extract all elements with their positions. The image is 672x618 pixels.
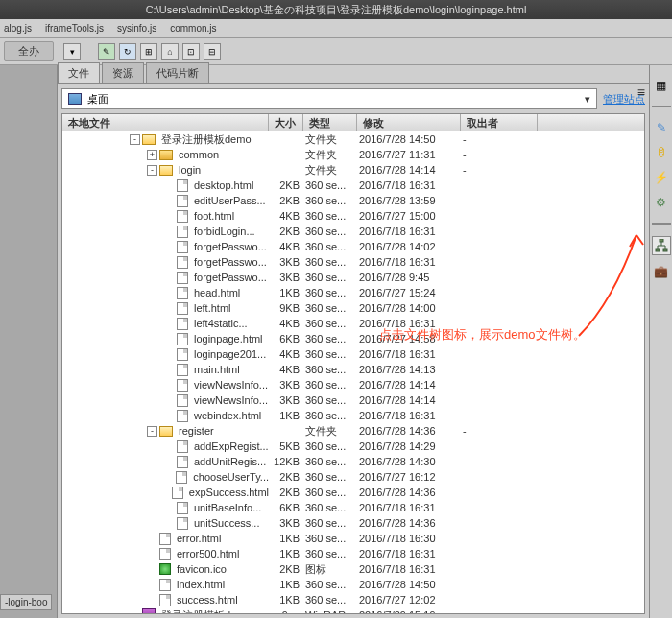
file-size: 4KB xyxy=(269,241,303,252)
tree-row[interactable]: error500.html1KB360 se...2016/7/18 16:31 xyxy=(62,546,644,561)
panel-tab-snippets[interactable]: 代码片断 xyxy=(146,62,209,83)
file-size: 3KB xyxy=(269,272,303,283)
col-name[interactable]: 本地文件 xyxy=(62,114,269,131)
tree-row[interactable]: editUserPass...2KB360 se...2016/7/28 13:… xyxy=(62,193,644,208)
rt-brush-icon[interactable]: ✎ xyxy=(653,119,670,136)
doc-dropdown-icon[interactable]: ▾ xyxy=(63,43,81,60)
tree-row[interactable]: forbidLogin...2KB360 se...2016/7/18 16:3… xyxy=(62,224,644,239)
tree-row[interactable]: chooseUserTy...2KB360 se...2016/7/27 16:… xyxy=(62,469,644,485)
file-tab[interactable]: iframeTools.js xyxy=(45,23,104,34)
tree-row[interactable]: webindex.html1KB360 se...2016/7/18 16:31 xyxy=(62,408,644,423)
tree-row[interactable]: addExpRegist...5KB360 se...2016/7/28 14:… xyxy=(62,439,644,454)
col-size[interactable]: 大小 xyxy=(269,114,303,131)
file-date: 2016/7/18 16:31 xyxy=(357,256,461,268)
tree-row[interactable]: -login文件夹2016/7/28 14:14- xyxy=(62,162,644,178)
tree-row[interactable]: forgetPasswo...3KB360 se...2016/7/28 9:4… xyxy=(62,270,644,285)
file-date: 2016/7/27 15:24 xyxy=(357,287,461,298)
tree-row[interactable]: addUnitRegis...12KB360 se...2016/7/28 14… xyxy=(62,454,644,469)
location-select[interactable]: 桌面 ▾ xyxy=(61,88,597,109)
rt-briefcase-icon[interactable]: 💼 xyxy=(653,263,670,280)
file-date: 2016/7/27 11:31 xyxy=(357,149,461,160)
tree-row[interactable]: forgetPasswo...3KB360 se...2016/7/18 16:… xyxy=(62,254,644,270)
html-file-icon xyxy=(172,487,183,499)
tree-row[interactable]: favicon.ico2KB图标2016/7/18 16:31 xyxy=(62,561,644,577)
tree-row[interactable]: error.html1KB360 se...2016/7/18 16:30 xyxy=(62,531,644,546)
rt-filetree-icon[interactable] xyxy=(652,236,671,255)
expander-icon[interactable]: - xyxy=(130,134,140,145)
tree-row[interactable]: foot.html4KB360 se...2016/7/27 15:00 xyxy=(62,208,644,224)
file-tab[interactable]: common.js xyxy=(170,23,216,34)
tree-row[interactable]: unitSuccess...3KB360 se...2016/7/28 14:3… xyxy=(62,515,644,531)
tree-row[interactable]: +common文件夹2016/7/27 11:31- xyxy=(62,147,644,162)
left-bottom-tab[interactable]: -login-boo xyxy=(0,594,52,610)
expander-icon[interactable]: + xyxy=(147,150,157,160)
tree-row[interactable]: head.html1KB360 se...2016/7/27 15:24 xyxy=(62,285,644,300)
file-name: login xyxy=(179,164,201,176)
file-name: success.html xyxy=(177,594,238,606)
expander-icon[interactable]: - xyxy=(147,165,157,176)
file-name: expSuccess.html xyxy=(189,487,269,498)
rt-flash-icon[interactable]: ⚡ xyxy=(653,169,670,186)
tree-row[interactable]: main.html4KB360 se...2016/7/28 14:13 xyxy=(62,362,644,377)
rt-gear-icon[interactable]: ⚙ xyxy=(653,194,670,211)
col-by[interactable]: 取出者 xyxy=(461,114,538,131)
tree-row[interactable]: left.html9KB360 se...2016/7/28 14:00 xyxy=(62,300,644,316)
file-size: 1KB xyxy=(269,594,303,606)
tree-row[interactable]: left4static...4KB360 se...2016/7/18 16:3… xyxy=(62,316,644,331)
file-date: 2016/7/28 13:59 xyxy=(357,195,461,206)
file-size: 1KB xyxy=(269,287,303,298)
file-size: 3KB xyxy=(269,517,303,529)
file-date: 2016/7/18 16:31 xyxy=(357,410,461,421)
tree-row[interactable]: viewNewsInfo...3KB360 se...2016/7/28 14:… xyxy=(62,392,644,408)
panel-menu-icon[interactable]: ≡ xyxy=(637,84,645,100)
panel-tab-files[interactable]: 文件 xyxy=(58,62,100,83)
file-size: 2KB xyxy=(269,563,303,575)
file-date: 2016/7/28 14:36 xyxy=(357,517,461,529)
tb-icon-1[interactable]: ✎ xyxy=(98,43,115,60)
tree-row[interactable]: unitBaseInfo...6KB360 se...2016/7/18 16:… xyxy=(62,500,644,515)
file-date: 2016/7/18 16:31 xyxy=(357,226,461,237)
col-date[interactable]: 修改 xyxy=(357,114,461,131)
html-file-icon xyxy=(177,226,188,238)
file-date: 2016/7/18 16:31 xyxy=(357,179,461,191)
file-type: 360 se... xyxy=(303,333,357,345)
file-name: forgetPasswo... xyxy=(194,272,267,283)
file-date: 2016/7/27 12:02 xyxy=(357,594,461,606)
tree-row[interactable]: desktop.html2KB360 se...2016/7/18 16:31 xyxy=(62,178,644,193)
tree-row[interactable]: index.html1KB360 se...2016/7/28 14:50 xyxy=(62,577,644,592)
file-tree: 本地文件 大小 类型 修改 取出者 -登录注册模板demo文件夹2016/7/2… xyxy=(61,113,645,614)
file-date: 2016/7/28 14:02 xyxy=(357,241,461,252)
tree-row[interactable]: 登录注册模板demo.rar9....WinRAR...2016/7/29 15… xyxy=(62,607,644,613)
html-file-icon xyxy=(177,302,188,315)
file-name: viewNewsInfo... xyxy=(194,394,268,406)
tree-row[interactable]: success.html1KB360 se...2016/7/27 12:02 xyxy=(62,592,644,607)
files-panel: 文件 资源 代码片断 ≡ 桌面 ▾ 管理站点 本地文件 大小 类型 修改 xyxy=(58,65,649,618)
tree-row[interactable]: loginpage.html6KB360 se...2016/7/27 14:5… xyxy=(62,331,644,346)
html-file-icon xyxy=(177,379,188,392)
tb-icon-3[interactable]: ⊞ xyxy=(140,43,157,60)
tb-icon-6[interactable]: ⊟ xyxy=(204,43,221,60)
file-type: 360 se... xyxy=(303,287,357,298)
rt-layout-icon[interactable]: ▦ xyxy=(653,77,670,94)
file-name: addExpRegist... xyxy=(194,440,269,452)
tree-row[interactable]: loginpage201...4KB360 se...2016/7/18 16:… xyxy=(62,346,644,362)
tree-body[interactable]: -登录注册模板demo文件夹2016/7/28 14:50-+common文件夹… xyxy=(62,131,644,613)
file-size: 5KB xyxy=(269,440,303,452)
tb-icon-4[interactable]: ⌂ xyxy=(161,43,179,60)
tb-icon-5[interactable]: ⊡ xyxy=(182,43,200,60)
tb-icon-2[interactable]: ↻ xyxy=(119,43,136,60)
file-tab[interactable]: sysinfo.js xyxy=(117,23,156,34)
file-checkedout: - xyxy=(461,425,538,437)
tree-row[interactable]: expSuccess.html2KB360 se...2016/7/28 14:… xyxy=(62,485,644,500)
tree-row[interactable]: -register文件夹2016/7/28 14:36- xyxy=(62,423,644,439)
col-type[interactable]: 类型 xyxy=(303,114,357,131)
tree-row[interactable]: forgetPasswo...4KB360 se...2016/7/28 14:… xyxy=(62,239,644,254)
doc-mode-button[interactable]: 全办 xyxy=(4,41,54,61)
rt-database-icon[interactable]: 🛢 xyxy=(653,144,670,161)
tree-row[interactable]: -登录注册模板demo文件夹2016/7/28 14:50- xyxy=(62,131,644,147)
file-tab[interactable]: alog.js xyxy=(4,23,32,34)
tree-row[interactable]: viewNewsInfo...3KB360 se...2016/7/28 14:… xyxy=(62,377,644,392)
expander-icon[interactable]: - xyxy=(147,426,157,437)
panel-tab-assets[interactable]: 资源 xyxy=(102,62,144,83)
file-date: 2016/7/28 14:36 xyxy=(357,487,461,498)
